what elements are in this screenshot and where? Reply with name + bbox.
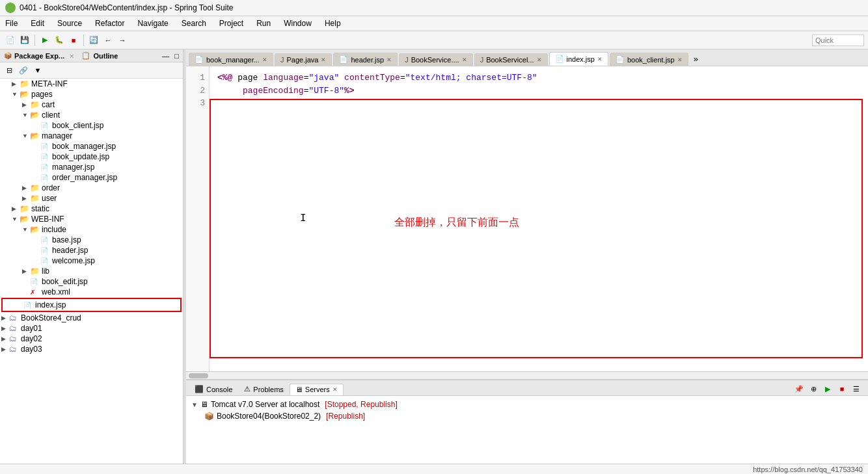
- stop-button[interactable]: ■: [67, 34, 80, 47]
- tree-item-cart[interactable]: ▶ 📁 cart: [0, 99, 183, 110]
- tab-page-java[interactable]: J Page.java ✕: [275, 53, 332, 66]
- expand-arrow-day02[interactable]: ▶: [1, 336, 9, 342]
- tab-book-manager[interactable]: 📄 book_manager... ✕: [189, 53, 273, 66]
- server-tomcat-row[interactable]: ▼ 🖥 Tomcat v7.0 Server at localhost [Sto…: [191, 399, 863, 410]
- menu-project[interactable]: Project: [217, 18, 246, 29]
- menu-file[interactable]: File: [3, 18, 20, 29]
- expand-arrow-order[interactable]: ▶: [22, 185, 30, 191]
- menu-run[interactable]: Run: [254, 18, 273, 29]
- tree-item-book-edit-jsp[interactable]: ▶ 📄 book_edit.jsp: [0, 276, 183, 287]
- tab-close-page-java[interactable]: ✕: [321, 57, 326, 63]
- tree-item-web-inf[interactable]: ▼ 📂 WEB-INF: [0, 214, 183, 224]
- tree-item-pages[interactable]: ▼ 📂 pages: [0, 89, 183, 99]
- expand-arrow-static[interactable]: ▶: [12, 205, 20, 212]
- menu-navigate[interactable]: Navigate: [135, 18, 170, 29]
- debug-button[interactable]: 🐛: [53, 34, 66, 47]
- tree-item-base-jsp[interactable]: ▶ 📄 base.jsp: [0, 235, 183, 245]
- tab-close-book-manager[interactable]: ✕: [262, 57, 267, 63]
- tomcat-expand-arrow[interactable]: ▼: [191, 401, 198, 408]
- expand-arrow-pages[interactable]: ▼: [12, 91, 20, 98]
- expand-arrow-manager[interactable]: ▼: [22, 133, 30, 139]
- tree-item-welcome-jsp[interactable]: ▶ 📄 welcome.jsp: [0, 256, 183, 266]
- server-bookstore-row[interactable]: 📦 BookStore04(BookStore02_2) [Republish]: [191, 410, 863, 422]
- expand-arrow-bookstore4[interactable]: ▶: [1, 315, 9, 321]
- expand-arrow-include[interactable]: ▼: [22, 226, 30, 233]
- refresh-button[interactable]: 🔄: [87, 34, 100, 47]
- forward-button[interactable]: →: [116, 34, 129, 47]
- tab-close-book-client-jsp[interactable]: ✕: [677, 57, 683, 63]
- tree-item-lib[interactable]: ▶ 📁 lib: [0, 266, 183, 276]
- tree-item-day03[interactable]: ▶ 🗂 day03: [0, 344, 183, 354]
- expand-arrow-client[interactable]: ▼: [22, 112, 30, 118]
- tree-item-manager[interactable]: ▼ 📂 manager: [0, 131, 183, 141]
- tab-bookservice1[interactable]: J BookService.... ✕: [399, 53, 472, 66]
- bottom-new-button[interactable]: ⊕: [807, 382, 820, 395]
- tab-header-jsp[interactable]: 📄 header.jsp ✕: [333, 53, 398, 66]
- menu-help[interactable]: Help: [322, 18, 344, 29]
- expand-arrow-cart[interactable]: ▶: [22, 101, 30, 108]
- expand-arrow-user[interactable]: ▶: [22, 195, 30, 202]
- code-editor[interactable]: <%@ page language="java" contentType="te…: [210, 66, 868, 371]
- tree-item-client[interactable]: ▼ 📂 client: [0, 110, 183, 120]
- tree-item-static[interactable]: ▶ 📁 static: [0, 204, 183, 214]
- editor-horizontal-scrollbar[interactable]: [186, 371, 868, 379]
- bottom-play-button[interactable]: ▶: [821, 382, 834, 395]
- hscroll-thumb[interactable]: [189, 373, 208, 378]
- server-bookstore-status: [Republish]: [326, 412, 365, 421]
- tree-item-user[interactable]: ▶ 📁 user: [0, 193, 183, 204]
- new-button[interactable]: 📄: [4, 34, 17, 47]
- tree-menu-button[interactable]: ▼: [31, 64, 44, 77]
- servers-tab-close[interactable]: ✕: [332, 386, 338, 393]
- tree-item-order[interactable]: ▶ 📁 order: [0, 183, 183, 193]
- expand-arrow-day01[interactable]: ▶: [1, 325, 9, 332]
- minimize-icon[interactable]: —: [162, 52, 169, 60]
- btab-problems[interactable]: ⚠ Problems: [238, 383, 289, 395]
- expand-arrow-web-inf[interactable]: ▼: [12, 216, 20, 222]
- tree-label-include: include: [42, 225, 66, 234]
- save-button[interactable]: 💾: [18, 34, 31, 47]
- tab-close-header-jsp[interactable]: ✕: [387, 57, 392, 63]
- editor-area[interactable]: 1 2 3 <%@ page language="java" contentTy…: [186, 66, 868, 371]
- back-button[interactable]: ←: [102, 34, 115, 47]
- menu-window[interactable]: Window: [281, 18, 314, 29]
- tree-item-book-manager[interactable]: ▶ 📄 book_manager.jsp: [0, 141, 183, 151]
- bottom-pin-button[interactable]: 📌: [793, 382, 806, 395]
- tree-item-book-update[interactable]: ▶ 📄 book_update.jsp: [0, 151, 183, 162]
- quick-access-input[interactable]: [812, 34, 864, 46]
- tab-close-index-jsp[interactable]: ✕: [597, 56, 603, 62]
- tree-item-header-jsp[interactable]: ▶ 📄 header.jsp: [0, 245, 183, 256]
- tree-item-manager-jsp[interactable]: ▶ 📄 manager.jsp: [0, 162, 183, 172]
- tree-item-day01[interactable]: ▶ 🗂 day01: [0, 323, 183, 334]
- tree-item-meta-inf[interactable]: ▶ 📁 META-INF: [0, 79, 183, 89]
- tree-item-book-client[interactable]: ▶ 📄 book_client.jsp: [0, 120, 183, 131]
- run-button[interactable]: ▶: [38, 34, 51, 47]
- tab-overflow-button[interactable]: »: [690, 52, 702, 66]
- tree-item-bookstore4-crud[interactable]: ▶ 🗂 BookStore4_crud: [0, 313, 183, 323]
- tab-book-client-jsp[interactable]: 📄 book_client.jsp ✕: [610, 53, 688, 66]
- menu-source[interactable]: Source: [55, 18, 85, 29]
- tree-item-index-jsp[interactable]: ▶ 📄 index.jsp: [1, 298, 182, 312]
- tab-close-bookservice1[interactable]: ✕: [462, 57, 467, 63]
- expand-arrow-meta-inf[interactable]: ▶: [12, 81, 20, 87]
- tab-index-jsp[interactable]: 📄 index.jsp ✕: [549, 52, 608, 66]
- tree-item-day02[interactable]: ▶ 🗂 day02: [0, 334, 183, 344]
- menu-search[interactable]: Search: [179, 18, 209, 29]
- tab-bookservice2[interactable]: J BookServicel... ✕: [474, 53, 548, 66]
- tree-item-web-xml[interactable]: ▶ ✗ web.xml: [0, 287, 183, 297]
- collapse-all-button[interactable]: ⊟: [3, 64, 16, 77]
- menu-refactor[interactable]: Refactor: [92, 18, 127, 29]
- maximize-icon[interactable]: □: [174, 52, 179, 60]
- menu-edit[interactable]: Edit: [28, 18, 47, 29]
- tree-label-static: static: [31, 204, 49, 213]
- bottom-menu-button[interactable]: ☰: [850, 382, 863, 395]
- bottom-stop-button[interactable]: ■: [835, 382, 848, 395]
- tab-close-bookservice2[interactable]: ✕: [537, 57, 542, 63]
- btab-servers[interactable]: 🖥 Servers ✕: [290, 384, 344, 395]
- expand-arrow-lib[interactable]: ▶: [22, 268, 30, 274]
- tree-item-order-manager[interactable]: ▶ 📄 order_manager.jsp: [0, 172, 183, 183]
- tree-item-include[interactable]: ▼ 📂 include: [0, 224, 183, 235]
- btab-console[interactable]: ⬛ Console: [189, 383, 238, 395]
- link-editor-button[interactable]: 🔗: [17, 64, 30, 77]
- expand-arrow-day03[interactable]: ▶: [1, 346, 9, 352]
- tree-label-order-manager: order_manager.jsp: [52, 173, 117, 182]
